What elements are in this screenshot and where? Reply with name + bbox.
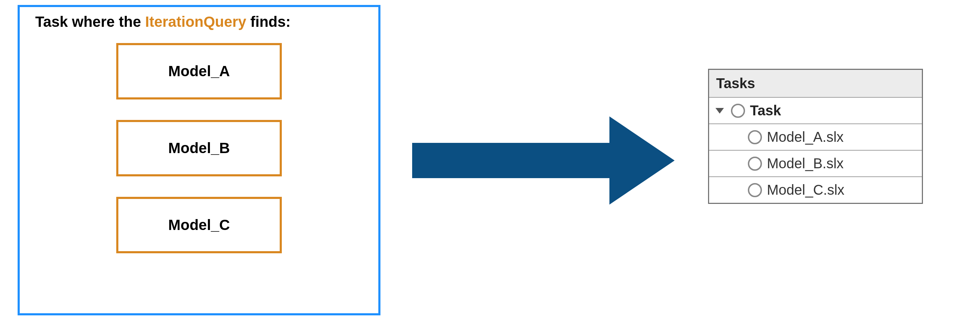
status-circle-icon — [731, 104, 745, 118]
title-suffix: finds: — [246, 13, 291, 30]
status-circle-icon — [748, 157, 762, 171]
model-box-b: Model_B — [116, 120, 282, 176]
tasks-panel-header: Tasks — [709, 70, 922, 98]
caret-down-icon[interactable] — [716, 108, 724, 113]
model-stack: Model_A Model_B Model_C — [30, 43, 368, 253]
title-prefix: Task where the — [35, 13, 145, 30]
task-tree-child-row[interactable]: Model_B.slx — [709, 151, 922, 177]
model-box-a: Model_A — [116, 43, 282, 99]
status-circle-icon — [748, 130, 762, 144]
task-child-label: Model_B.slx — [767, 156, 844, 171]
task-child-label: Model_C.slx — [767, 182, 845, 198]
task-tree-child-row[interactable]: Model_A.slx — [709, 124, 922, 151]
task-parent-label: Task — [750, 103, 781, 118]
iteration-query-box: Task where the IterationQuery finds: Mod… — [18, 5, 380, 315]
svg-marker-0 — [412, 117, 675, 204]
left-box-title: Task where the IterationQuery finds: — [35, 13, 368, 30]
model-box-c: Model_C — [116, 197, 282, 253]
task-tree-child-row[interactable]: Model_C.slx — [709, 177, 922, 203]
task-child-label: Model_A.slx — [767, 129, 844, 145]
arrow-icon — [412, 113, 676, 208]
status-circle-icon — [748, 183, 762, 197]
task-tree-parent-row[interactable]: Task — [709, 98, 922, 124]
title-highlight: IterationQuery — [145, 13, 246, 30]
tasks-panel: Tasks Task Model_A.slx Model_B.slx Model… — [708, 69, 923, 204]
